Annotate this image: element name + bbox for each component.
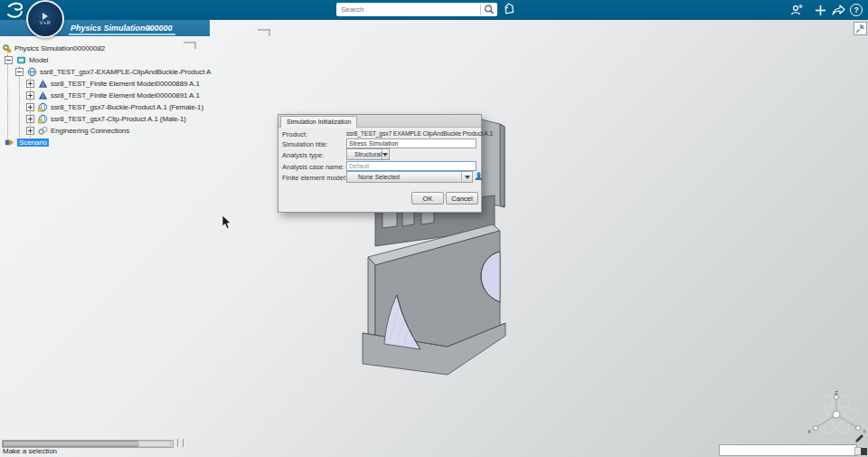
simulation-initialization-dialog: Simulation Initialization Product: ssr8_… <box>278 114 482 213</box>
search-icon[interactable] <box>483 4 495 15</box>
fem-label: Finite element model: <box>282 174 347 182</box>
compass-play-icon <box>42 13 48 20</box>
tree-item-label: ssr8_TEST_Finite Element Model00000891 A… <box>51 91 200 100</box>
search-bar[interactable] <box>336 3 497 16</box>
fem-value: None Selected <box>347 174 461 180</box>
search-input[interactable] <box>336 5 480 14</box>
product-globe-icon <box>27 67 37 77</box>
simulation-title-input[interactable] <box>346 138 476 148</box>
help-icon[interactable]: ? <box>848 3 864 17</box>
expand-expander-icon[interactable] <box>26 80 34 88</box>
tree-item-label: ssr8_TEST_Finite Element Model00000889 A… <box>51 80 200 88</box>
tree-item-label: Physics Simulation00000082 <box>14 44 105 52</box>
tree-item-scenario[interactable]: Scenario <box>2 137 237 148</box>
tree-item-model[interactable]: Model <box>2 54 237 66</box>
tree-item-label: Model <box>29 56 48 64</box>
expand-expander-icon[interactable] <box>26 127 34 135</box>
cancel-button[interactable]: Cancel <box>446 192 478 205</box>
expand-expander-icon[interactable] <box>26 103 34 111</box>
model-icon <box>16 55 26 65</box>
scrollbar-thumb[interactable] <box>3 441 139 447</box>
simulation-title-label: Simulation title: <box>282 140 328 148</box>
command-input[interactable] <box>719 444 857 456</box>
status-message: Make a selection <box>3 447 57 455</box>
new-tab-button[interactable]: + <box>146 23 152 33</box>
collapse-expander-icon[interactable] <box>15 68 24 76</box>
tree-item-label: ssr8_TEST_gsx7-EXAMPLE-ClipAndBuckle-Pro… <box>40 68 211 76</box>
tree-item-fem-889[interactable]: ssr8_TEST_Finite Element Model00000889 A… <box>2 78 237 90</box>
user-account-icon[interactable] <box>788 3 805 17</box>
collapse-expander-icon[interactable] <box>5 56 13 64</box>
active-tab-underline <box>69 33 175 35</box>
triad-x-label: X <box>807 429 811 434</box>
scenario-icon <box>5 138 14 148</box>
create-fem-icon[interactable] <box>473 170 485 182</box>
triad-z-label: Z <box>835 390 838 395</box>
expand-expander-icon[interactable] <box>26 91 34 100</box>
scrollbar-segment[interactable] <box>138 441 171 447</box>
app-window: V+R 3DEXPERIENCE | SIMULIA Structural Sc… <box>0 0 868 457</box>
product-label: Product: <box>282 130 307 138</box>
product-globe-icon <box>38 102 48 112</box>
tree-item-product-root[interactable]: ssr8_TEST_gsx7-EXAMPLE-ClipAndBuckle-Pro… <box>2 66 237 78</box>
fem-dropdown[interactable]: None Selected <box>346 171 473 183</box>
analysis-type-label: Analysis type: <box>282 151 324 159</box>
fem-mesh-icon <box>38 90 48 100</box>
tag-icon[interactable] <box>502 3 516 17</box>
tree-item-buckle-product[interactable]: ssr8_TEST_gsx7-Buckle-Product A.1 (Femal… <box>2 101 237 113</box>
connections-icon <box>38 126 48 136</box>
command-mode-icon[interactable] <box>861 448 867 455</box>
tree-item-engineering-connections[interactable]: Engineering Connections <box>2 125 237 137</box>
add-content-icon[interactable] <box>812 3 828 17</box>
mouse-cursor <box>222 215 232 230</box>
panel-scroll-handle[interactable] <box>258 29 270 36</box>
tree-item-clip-product[interactable]: ssr8_TEST_gsx7-Clip-Product A.1 (Male-1) <box>2 113 237 125</box>
axis-triad[interactable]: Z X Y <box>800 389 868 439</box>
tree-item-fem-891[interactable]: ssr8_TEST_Finite Element Model00000891 A… <box>2 90 237 101</box>
collapse-window-button[interactable] <box>854 22 867 35</box>
analysis-case-input[interactable] <box>346 161 476 171</box>
expand-expander-icon[interactable] <box>26 115 34 123</box>
ok-button[interactable]: OK <box>411 192 444 205</box>
tree-item-label: ssr8_TEST_gsx7-Buckle-Product A.1 (Femal… <box>51 103 203 111</box>
tree-item-physics-simulation[interactable]: Physics Simulation00000082 <box>2 43 237 54</box>
dialog-title-tab: Simulation Initialization <box>280 116 357 128</box>
search-divider <box>480 5 481 14</box>
tab-physics-simulation[interactable]: Physics Simulation000000 <box>71 24 173 33</box>
fem-mesh-icon <box>38 79 48 89</box>
analysis-case-label: Analysis case name: <box>282 163 344 171</box>
scrollbar-splitter[interactable] <box>177 439 184 447</box>
pencil-icon[interactable] <box>853 433 865 445</box>
chevron-down-icon <box>382 149 389 159</box>
compass-label: V+R <box>40 20 51 25</box>
product-value: ssr8_TEST_gsx7 EXAMPLE ClipAndBuckle Pro… <box>346 130 493 137</box>
chevron-down-icon <box>461 172 472 182</box>
help-glyph: ? <box>850 4 863 16</box>
share-icon[interactable] <box>830 3 846 17</box>
physics-simulation-icon <box>2 43 12 53</box>
product-globe-icon <box>38 114 48 124</box>
tree-item-label-selected: Scenario <box>17 138 49 147</box>
analysis-type-value: Structural <box>347 151 382 157</box>
tree-item-label: ssr8_TEST_gsx7-Clip-Product A.1 (Male-1) <box>51 115 186 123</box>
tree-item-label: Engineering Connections <box>51 127 129 135</box>
compass-icon[interactable]: V+R <box>26 0 64 38</box>
3ds-logo-icon[interactable] <box>5 2 26 19</box>
analysis-type-dropdown[interactable]: Structural <box>346 148 390 160</box>
model-tree: Physics Simulation00000082 Model ssr8_TE… <box>2 43 237 148</box>
